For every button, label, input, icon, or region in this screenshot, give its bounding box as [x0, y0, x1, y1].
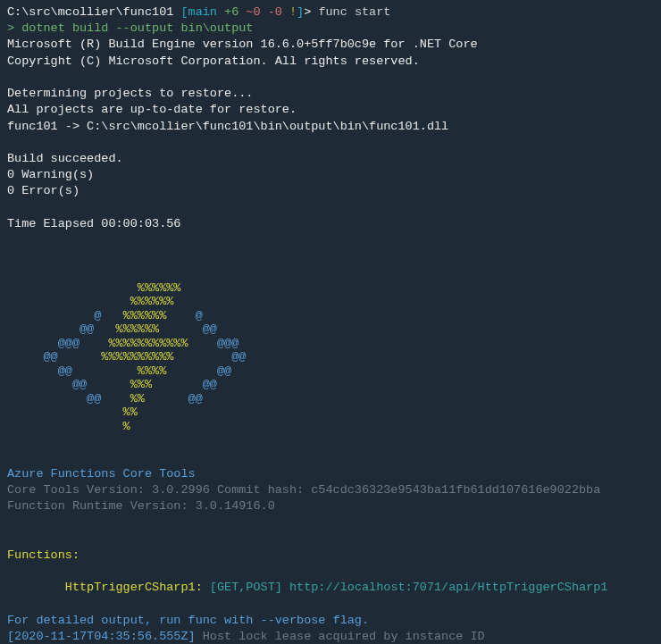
branch-local: -0 [261, 5, 282, 19]
branch-name: main [188, 5, 217, 19]
functions-header: Functions: [7, 548, 654, 564]
restore-line: Determining projects to restore... [7, 86, 654, 102]
prompt-line: C:\src\mcollier\func101 [main +6 ~0 -0 !… [7, 4, 654, 21]
blank-line [7, 450, 654, 466]
log-line: [2020-11-17T04:35:56.555Z] Host lock lea… [7, 629, 654, 644]
blank-line [7, 265, 654, 281]
ascii-row: @@ %%% @@ [7, 378, 217, 391]
restore-line: All projects are up-to-date for restore. [7, 102, 654, 118]
blank-line [7, 248, 654, 264]
tools-title: Azure Functions Core Tools [7, 466, 654, 482]
ascii-row: %%%%%% [7, 281, 180, 295]
function-url[interactable]: http://localhost:7071/api/HttpTriggerCSh… [289, 581, 607, 594]
runtime-version-value: 3.0.14916.0 [196, 499, 275, 513]
blank-line [7, 70, 654, 86]
time-elapsed: Time Elapsed 00:00:03.56 [7, 216, 654, 232]
terminal-output[interactable]: C:\src\mcollier\func101 [main +6 ~0 -0 !… [7, 4, 654, 644]
ascii-row: @@ %%%%%%%%%% @@ [7, 350, 246, 364]
verbose-hint: For detailed output, run func with --ver… [7, 613, 654, 629]
ascii-row: % [7, 420, 130, 433]
function-entry: HttpTriggerCSharp1: [GET,POST] http://lo… [7, 580, 654, 596]
log-timestamp: [2020-11-17T04:35:56.555Z] [7, 630, 203, 643]
blank-line [7, 135, 654, 151]
build-engine-line: Microsoft (R) Build Engine version 16.6.… [7, 37, 654, 53]
prompt-end: > [304, 5, 318, 19]
typed-command: func start [318, 5, 390, 19]
blank-line [7, 531, 654, 548]
blank-line [7, 514, 654, 531]
build-warnings: 0 Warning(s) [7, 167, 654, 183]
blank-line [7, 597, 654, 613]
core-version-value: 3.0.2996 Commit hash: c54cdc36323e9543ba… [152, 483, 600, 497]
core-version-line: Core Tools Version: 3.0.2996 Commit hash… [7, 482, 654, 498]
branch-behind: ~0 [238, 5, 260, 19]
branch-open: [ [173, 5, 188, 19]
build-errors: 0 Error(s) [7, 183, 654, 199]
sub-command: > dotnet build --output bin\output [7, 21, 654, 37]
copyright-line: Copyright (C) Microsoft Corporation. All… [7, 54, 654, 70]
function-name: HttpTriggerCSharp1: [65, 581, 203, 594]
blank-line [7, 433, 654, 449]
branch-ahead: +6 [217, 5, 238, 19]
branch-close: ] [297, 5, 304, 19]
branch-bang: ! [282, 5, 297, 19]
ascii-row: @@ %%%%%% @@ [7, 322, 217, 336]
prompt-path: C:\src\mcollier\func101 [7, 5, 173, 19]
function-methods: [GET,POST] [203, 581, 289, 594]
ascii-row: %%%%%% [7, 295, 173, 308]
ascii-art: %%%%%% %%%%%% @ %%%%%% @ @@ %%%%%% @@ @@… [7, 281, 654, 434]
function-indent [7, 581, 65, 594]
restore-line: func101 -> C:\src\mcollier\func101\bin\o… [7, 119, 654, 135]
blank-line [7, 200, 654, 216]
runtime-version-line: Function Runtime Version: 3.0.14916.0 [7, 498, 654, 514]
ascii-row: @ %%%%%% @ [7, 309, 203, 322]
ascii-row: @@ %% @@ [7, 392, 203, 406]
blank-line [7, 564, 654, 580]
runtime-version-label: Function Runtime Version: [7, 499, 196, 513]
core-version-label: Core Tools Version: [7, 483, 152, 497]
blank-line [7, 232, 654, 248]
ascii-row: @@@ %%%%%%%%%%% @@@ [7, 337, 238, 350]
ascii-row: @@ %%%% @@ [7, 364, 231, 378]
build-succeeded: Build succeeded. [7, 151, 654, 167]
ascii-row: %% [7, 406, 138, 419]
